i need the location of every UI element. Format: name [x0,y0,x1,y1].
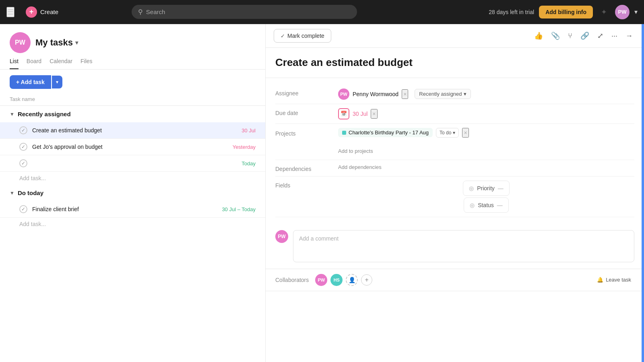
collaborators-label: Collaborators [275,277,309,283]
priority-field-cell[interactable]: ◎ Priority — [463,181,509,195]
projects-label: Projects [275,129,332,137]
main-layout: PW My tasks ▾ List Board Calendar Files … [0,24,644,362]
dependencies-label: Dependencies [275,164,332,172]
add-task-inline[interactable]: Add task... [0,172,265,185]
task-date: Today [242,160,256,167]
check-icon: ✓ [21,160,25,166]
search-placeholder: Search [146,8,165,15]
link-button[interactable]: 🔗 [577,29,592,43]
add-task-button[interactable]: + Add task [10,75,51,89]
field-row-assignee: Assignee PW Penny Wormwood × Recently as… [275,84,634,104]
task-row[interactable]: ✓ Finalize client brief 30 Jul – Today [0,201,265,218]
check-icon: ✓ [21,206,25,212]
status-value: — [497,202,503,208]
comment-input[interactable]: Add a comment [293,230,634,262]
section-title-recently-assigned: Recently assigned [18,111,71,117]
trial-text: 28 days left in trial [489,9,534,15]
mark-complete-button[interactable]: ✓ Mark complete [274,29,331,43]
task-date: 30 Jul [242,128,256,134]
right-toolbar: ✓ Mark complete 👍 📎 ⑂ 🔗 ⤢ ··· → [266,24,644,48]
assignee-label: Assignee [275,88,332,97]
recently-assigned-chevron: ▾ [464,91,466,97]
task-row[interactable]: ✓ Get Jo's approval on budget Yesterday [0,139,265,155]
user-avatar-nav[interactable]: PW [615,5,630,19]
search-icon: ⚲ [138,8,143,16]
collaborator-avatar-2[interactable]: HS [330,274,343,286]
comment-placeholder: Add a comment [299,235,339,242]
tab-files[interactable]: Files [80,58,93,69]
due-date-value: 📅 30 Jul × [338,108,634,119]
task-detail-title[interactable]: Create an estimated budget [275,56,634,70]
create-button[interactable]: + Create [21,4,63,20]
add-task-inline-2[interactable]: Add task... [0,218,265,230]
add-dependencies-button[interactable]: Add dependencies [338,164,382,170]
search-bar[interactable]: ⚲ Search [132,5,357,19]
task-row[interactable]: ✓ Today [0,155,265,172]
assignee-name: Penny Wormwood [353,91,398,97]
create-label: Create [40,8,58,15]
add-collaborator-button[interactable]: + [361,274,372,286]
bell-icon: 🔔 [597,277,603,283]
collaborator-avatar-1[interactable]: PW [315,274,327,286]
task-row[interactable]: ✓ Create an estimated budget 30 Jul [0,122,265,139]
task-checkbox[interactable]: ✓ [19,205,27,213]
close-panel-button[interactable]: → [622,29,636,43]
project-chip[interactable]: Charlotte's Birthday Party - 17 Aug [338,128,433,137]
tabs-row: List Board Calendar Files [0,53,265,70]
blank-label [275,146,332,156]
remove-due-date-button[interactable]: × [371,109,377,119]
leave-task-button[interactable]: 🔔 Leave task [594,275,634,284]
section-collapse-icon: ▼ [10,190,14,196]
sparkle-button[interactable]: ✦ [598,5,610,19]
my-tasks-title: My tasks ▾ [35,37,78,48]
remove-project-button[interactable]: × [462,128,469,138]
leave-task-label: Leave task [606,277,631,283]
section-recently-assigned[interactable]: ▼ Recently assigned [0,106,265,122]
due-date-text: 30 Jul [353,111,367,117]
projects-value: Charlotte's Birthday Party - 17 Aug To d… [338,128,634,138]
check-icon: ✓ [281,33,285,39]
comment-avatar: PW [275,230,288,243]
add-task-dropdown[interactable]: ▾ [52,76,62,88]
assignee-value: PW Penny Wormwood × Recently assigned ▾ [338,88,634,100]
remove-assignee-button[interactable]: × [402,89,408,99]
priority-field-icon: ◎ [469,185,474,191]
hamburger-menu-button[interactable]: ☰ [6,7,14,17]
tab-list[interactable]: List [10,58,19,69]
status-field-cell[interactable]: ◎ Status — [464,198,508,212]
task-name-column-label: Task name [0,95,265,106]
ghost-avatar-icon: 👤 [349,277,355,283]
task-checkbox[interactable]: ✓ [19,126,27,134]
add-task-row: + Add task ▾ [0,70,265,95]
field-row-fields: Fields ◎ Priority — ◎ Status — [275,177,634,217]
task-checkbox[interactable]: ✓ [19,143,27,151]
right-accent-bar [642,24,644,362]
collaborator-avatar-ghost[interactable]: 👤 [346,274,358,286]
add-billing-button[interactable]: Add billing info [539,6,593,19]
add-to-projects-button[interactable]: Add to projects [338,146,373,156]
left-panel: PW My tasks ▾ List Board Calendar Files … [0,24,266,362]
my-tasks-chevron[interactable]: ▾ [75,39,78,46]
collaborators-row: Collaborators PW HS 👤 + 🔔 Leave task [266,269,644,291]
create-plus-icon: + [26,6,37,18]
attach-button[interactable]: 📎 [548,29,563,43]
status-field-row: ◎ Status — [464,197,509,213]
tab-calendar[interactable]: Calendar [50,58,72,69]
assignee-avatar[interactable]: PW [338,88,349,100]
task-checkbox[interactable]: ✓ [19,159,27,167]
user-menu-chevron[interactable]: ▾ [634,8,638,16]
task-detail: Create an estimated budget [266,48,644,78]
task-name: Finalize client brief [32,206,219,212]
branch-button[interactable]: ⑂ [565,29,576,43]
calendar-icon[interactable]: 📅 [338,108,349,119]
tab-board[interactable]: Board [27,58,41,69]
fields-value: ◎ Priority — ◎ Status — [338,181,634,213]
recently-assigned-button[interactable]: Recently assigned ▾ [415,89,471,99]
section-do-today[interactable]: ▼ Do today [0,185,265,201]
top-nav: ☰ + Create ⚲ Search 28 days left in tria… [0,0,644,24]
more-options-button[interactable]: ··· [608,29,621,43]
expand-button[interactable]: ⤢ [594,29,607,43]
thumbs-up-button[interactable]: 👍 [531,29,546,43]
project-status-dropdown[interactable]: To do ▾ [436,128,459,138]
task-date: Yesterday [233,144,256,150]
